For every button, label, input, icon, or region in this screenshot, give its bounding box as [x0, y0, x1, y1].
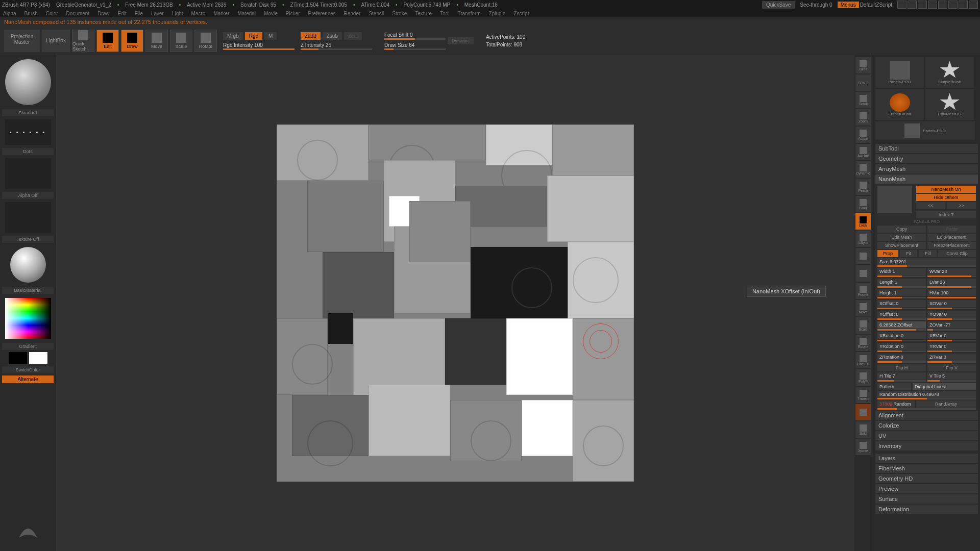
rotate-button[interactable]: Rotate [855, 335, 871, 351]
random-dist-slider[interactable]: Random Distribution 0.49678 [877, 391, 976, 398]
frame-button[interactable]: Frame [855, 283, 871, 299]
menu-alpha[interactable]: Alpha [3, 11, 16, 16]
menu-render[interactable]: Render [344, 11, 361, 16]
pattern-select[interactable]: Diagonal Lines [913, 383, 976, 390]
spix-slider[interactable]: SPix 3 [855, 74, 871, 91]
lsym-button[interactable]: LSym [855, 231, 871, 247]
height-slider[interactable]: Height 1 [877, 289, 926, 296]
zoom-button[interactable]: Zoom [855, 109, 871, 126]
hvar-slider[interactable]: HVar 100 [927, 289, 976, 296]
fliph-button[interactable]: Flip H [877, 364, 926, 371]
local-button[interactable]: Local [855, 213, 871, 230]
scale-button[interactable]: Scale [855, 317, 871, 334]
menu-stencil[interactable]: Stencil [369, 11, 384, 16]
swatch-white[interactable] [29, 352, 47, 364]
quicksketch-button[interactable]: Quick Sketch [72, 30, 94, 52]
dock-button[interactable] [938, 1, 947, 9]
dock-button[interactable] [908, 1, 917, 9]
linefill-button[interactable]: Line Fill [855, 352, 871, 368]
menu-layer[interactable]: Layer [151, 11, 164, 16]
rgb-button[interactable]: Rgb [245, 32, 262, 40]
yoffset-slider[interactable]: YOffset 0 [877, 311, 926, 318]
zrotation-slider[interactable]: ZRotation 0 [877, 354, 926, 361]
zrvar-slider[interactable]: ZRVar 0 [927, 354, 976, 361]
colorize-header[interactable]: Colorize [875, 421, 978, 430]
paste-button[interactable]: Paste [927, 226, 976, 233]
size-slider[interactable]: Size 6.07291 [877, 258, 976, 265]
minimize-button[interactable] [948, 1, 958, 9]
material-preview[interactable] [10, 247, 46, 283]
hide-others-button[interactable]: Hide Others [916, 194, 976, 201]
tool-thumb[interactable]: EraserBrush [875, 89, 924, 120]
nanomesh-on-button[interactable]: NanoMesh On [916, 186, 976, 193]
menu-color[interactable]: Color [46, 11, 58, 16]
zoffset-slider[interactable]: 6.28582 ZOffset [877, 321, 926, 329]
palette-arraymesh[interactable]: ArrayMesh [875, 164, 978, 173]
xpose-button[interactable]: Xpose [855, 439, 871, 455]
blank-button[interactable] [855, 265, 871, 282]
prev-index-button[interactable]: << [916, 202, 945, 209]
menu-texture[interactable]: Texture [415, 11, 432, 16]
color-picker[interactable] [5, 298, 51, 339]
palette-layers[interactable]: Layers [875, 454, 978, 463]
length-slider[interactable]: Length 1 [877, 279, 926, 286]
quicksave-button[interactable]: QuickSave [762, 1, 795, 9]
persp-button[interactable]: Persp [855, 179, 871, 195]
htile-slider[interactable]: H Tile 7 [877, 372, 926, 380]
aahalf-button[interactable]: AAHalf [855, 144, 871, 160]
bpr-button[interactable]: BPR [855, 57, 871, 73]
rotate-button[interactable]: Rotate [194, 30, 217, 52]
stroke-preview[interactable]: • • • • • • [5, 119, 51, 145]
menu-marker[interactable]: Marker [213, 11, 229, 16]
palette-geometryhd[interactable]: Geometry HD [875, 474, 978, 483]
zsub-button[interactable]: Zsub [323, 32, 342, 40]
uv-header[interactable]: UV [875, 431, 978, 440]
randarray-button[interactable]: RandArray [916, 400, 976, 408]
projection-master-button[interactable]: Projection Master [4, 30, 40, 52]
tool-thumb[interactable]: Panels-PRO [875, 57, 924, 88]
yovar-slider[interactable]: YOVar 0 [927, 311, 976, 318]
menu-tool[interactable]: Tool [440, 11, 449, 16]
freezeplacement-button[interactable]: FreezePlacement [927, 242, 976, 249]
flipv-button[interactable]: Flip V [927, 364, 976, 371]
transp-button[interactable]: Transp [855, 387, 871, 403]
dynamic-toggle[interactable]: Dynamic [448, 37, 474, 44]
mrgb-button[interactable]: Mrgb [223, 32, 243, 40]
index-field[interactable]: Index 7 [916, 211, 976, 218]
copy-button[interactable]: Copy [877, 226, 926, 233]
menu-file[interactable]: File [135, 11, 143, 16]
palette-geometry[interactable]: Geometry [875, 154, 978, 163]
menu-transform[interactable]: Transform [457, 11, 480, 16]
menu-preferences[interactable]: Preferences [308, 11, 336, 16]
draw-button[interactable]: Draw [121, 30, 143, 52]
next-index-button[interactable]: >> [947, 202, 976, 209]
edit-button[interactable]: Edit [96, 30, 119, 52]
menu-draw[interactable]: Draw [97, 11, 109, 16]
floor-button[interactable]: Floor [855, 196, 871, 212]
scale-button[interactable]: Scale [170, 30, 192, 52]
menu-zplugin[interactable]: Zplugin [489, 11, 506, 16]
menus-button[interactable]: Menus [838, 2, 859, 8]
actual-button[interactable]: Actual [855, 127, 871, 143]
dynamic-button[interactable]: Dynamic [855, 161, 871, 178]
lightbox-button[interactable]: LightBox [42, 30, 70, 52]
yrotation-slider[interactable]: YRotation 0 [877, 343, 926, 350]
menu-stroke[interactable]: Stroke [392, 11, 407, 16]
tool-thumb[interactable]: PolyMesh3D [925, 89, 974, 120]
scroll-button[interactable]: Scroll [855, 92, 871, 108]
editplacement-button[interactable]: EditPlacement [927, 234, 976, 241]
canvas-viewport[interactable]: NanoMesh XOffset (In/Out) [56, 55, 854, 551]
lvar-slider[interactable]: LVar 23 [927, 279, 976, 286]
zcut-button[interactable]: Zcut [344, 32, 362, 40]
rgb-intensity-slider[interactable]: Rgb Intensity 100 [223, 42, 295, 50]
ghost-button[interactable] [855, 404, 871, 420]
palette-surface[interactable]: Surface [875, 494, 978, 504]
brush-preview[interactable] [5, 59, 51, 105]
palette-deformation[interactable]: Deformation [875, 505, 978, 514]
xrotation-slider[interactable]: XRotation 0 [877, 332, 926, 339]
seethrough[interactable]: See-through 0 [800, 2, 832, 8]
menu-edit[interactable]: Edit [118, 11, 127, 16]
palette-preview[interactable]: Preview [875, 484, 978, 493]
close-button[interactable] [969, 1, 978, 9]
maximize-button[interactable] [959, 1, 968, 9]
